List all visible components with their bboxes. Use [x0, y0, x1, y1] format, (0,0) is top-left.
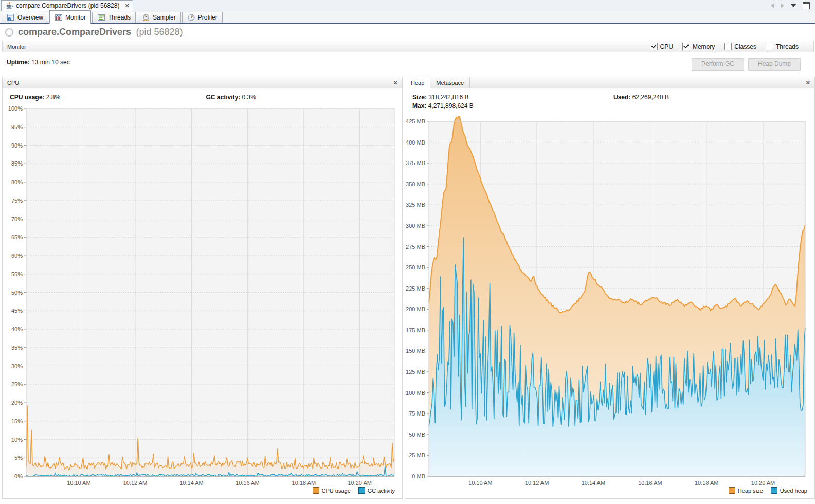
svg-text:350 MB: 350 MB — [406, 181, 425, 187]
profiler-icon — [187, 13, 195, 22]
svg-text:150 MB: 150 MB — [406, 348, 425, 354]
cpu-panel-close-icon[interactable]: × — [393, 80, 397, 86]
svg-text:80%: 80% — [11, 179, 23, 185]
uptime-value: 13 min 10 sec — [31, 59, 70, 66]
svg-text:30%: 30% — [11, 363, 23, 369]
svg-text:425 MB: 425 MB — [406, 118, 425, 124]
tab-close-icon[interactable]: × — [125, 3, 129, 9]
page-title-pid: (pid 56828) — [136, 27, 183, 37]
uptime-label: Uptime: — [7, 59, 30, 66]
svg-text:10:12 AM: 10:12 AM — [525, 480, 549, 486]
svg-text:10:14 AM: 10:14 AM — [582, 480, 605, 486]
svg-text:55%: 55% — [11, 271, 23, 277]
tab-monitor-label: Monitor — [65, 14, 86, 21]
classes-checkbox-box[interactable] — [724, 43, 732, 50]
svg-text:225 MB: 225 MB — [406, 285, 425, 292]
tab-heap[interactable]: Heap — [405, 77, 430, 88]
document-tab-label: compare.CompareDrivers (pid 56828) — [16, 2, 119, 9]
view-tabbar: Overview Monitor Threads Sampler — [0, 11, 815, 24]
monitor-section-label: Monitor — [7, 44, 26, 50]
tab-threads[interactable]: Threads — [92, 12, 136, 23]
svg-text:10:10 AM: 10:10 AM — [67, 480, 90, 486]
legend-used-heap: Used heap — [771, 487, 807, 494]
svg-text:200 MB: 200 MB — [406, 306, 425, 312]
heap-chart: 0 MB25 MB50 MB75 MB100 MB125 MB150 MB175… — [405, 98, 814, 492]
svg-text:125 MB: 125 MB — [406, 369, 425, 375]
checkbox-cpu[interactable]: CPU — [650, 43, 673, 50]
status-row: Uptime: 13 min 10 sec Perform GC Heap Du… — [0, 52, 815, 77]
cpu-chart: 0%5%10%15%20%25%30%35%40%45%50%55%60%65%… — [3, 98, 402, 492]
svg-text:10:16 AM: 10:16 AM — [638, 480, 662, 486]
tab-threads-label: Threads — [108, 14, 131, 21]
heap-panel-close-icon[interactable]: × — [806, 80, 810, 86]
maximize-window-icon[interactable] — [803, 2, 810, 9]
tab-profiler-label: Profiler — [198, 14, 218, 21]
svg-text:50%: 50% — [11, 290, 23, 296]
action-buttons: Perform GC Heap Dump — [692, 58, 801, 71]
svg-text:10:20 AM: 10:20 AM — [348, 480, 371, 486]
svg-text:60%: 60% — [11, 253, 23, 259]
document-tabstrip: compare.CompareDrivers (pid 56828) × — [0, 0, 815, 11]
svg-text:20%: 20% — [11, 400, 23, 406]
tab-monitor[interactable]: Monitor — [49, 10, 91, 24]
gc-activity-swatch — [358, 487, 365, 494]
heap-panel: Heap Metaspace × Size: 318,242,816 B Use… — [405, 77, 815, 499]
monitor-section-bar: Monitor CPU Memory Classes Threads — [2, 41, 814, 52]
cpu-panel-title: CPU — [7, 80, 19, 86]
svg-text:10:16 AM: 10:16 AM — [236, 480, 259, 486]
heap-dump-button[interactable]: Heap Dump — [748, 58, 801, 71]
svg-text:10:12 AM: 10:12 AM — [123, 480, 147, 486]
svg-text:10:18 AM: 10:18 AM — [292, 480, 316, 486]
svg-text:95%: 95% — [11, 124, 23, 130]
svg-text:375 MB: 375 MB — [406, 160, 425, 166]
scroll-tabs-left-icon[interactable] — [771, 3, 774, 8]
sampler-icon — [142, 13, 150, 22]
svg-text:50 MB: 50 MB — [409, 431, 425, 438]
svg-text:75 MB: 75 MB — [409, 410, 425, 417]
checkbox-memory[interactable]: Memory — [682, 43, 715, 50]
threads-checkbox-box[interactable] — [766, 43, 773, 50]
svg-text:10:10 AM: 10:10 AM — [468, 480, 492, 486]
svg-text:90%: 90% — [11, 142, 23, 149]
svg-text:10:18 AM: 10:18 AM — [695, 480, 718, 486]
documents-list-icon[interactable] — [790, 4, 796, 7]
tab-metaspace[interactable]: Metaspace — [430, 77, 470, 88]
svg-text:25 MB: 25 MB — [409, 452, 425, 458]
java-coffee-icon — [5, 2, 13, 10]
heap-chart-legend: Heap size Used heap — [729, 487, 807, 494]
svg-text:10:20 AM: 10:20 AM — [751, 480, 775, 486]
svg-text:300 MB: 300 MB — [406, 223, 425, 229]
tab-profiler[interactable]: Profiler — [182, 12, 223, 23]
svg-text:10%: 10% — [11, 437, 23, 443]
svg-text:0 MB: 0 MB — [412, 473, 425, 479]
scroll-tabs-right-icon[interactable] — [781, 3, 784, 8]
svg-text:75%: 75% — [11, 197, 23, 204]
application-header: compare.CompareDrivers (pid 56828) — [0, 24, 815, 41]
svg-text:175 MB: 175 MB — [406, 327, 425, 333]
cpu-panel-header: CPU × — [3, 77, 402, 88]
cpu-checkbox-label: CPU — [660, 43, 673, 50]
tab-overview[interactable]: Overview — [2, 12, 48, 23]
checkbox-classes[interactable]: Classes — [724, 43, 756, 50]
svg-text:5%: 5% — [14, 455, 23, 461]
document-tab[interactable]: compare.CompareDrivers (pid 56828) × — [1, 0, 133, 11]
perform-gc-button[interactable]: Perform GC — [692, 58, 744, 71]
cpu-checkbox-box[interactable] — [650, 43, 658, 50]
svg-text:10:14 AM: 10:14 AM — [179, 480, 203, 486]
svg-text:325 MB: 325 MB — [406, 202, 425, 208]
metric-toggles: CPU Memory Classes Threads — [650, 43, 809, 50]
threads-checkbox-label: Threads — [776, 43, 799, 50]
svg-text:35%: 35% — [11, 345, 23, 351]
used-heap-swatch — [771, 487, 777, 494]
svg-text:70%: 70% — [11, 216, 23, 222]
svg-text:400 MB: 400 MB — [406, 139, 425, 146]
heap-size-swatch — [729, 487, 735, 494]
legend-heap-size: Heap size — [729, 487, 763, 494]
page-title: compare.CompareDrivers — [18, 27, 131, 37]
checkbox-threads[interactable]: Threads — [766, 43, 799, 50]
svg-text:25%: 25% — [11, 381, 23, 387]
memory-checkbox-box[interactable] — [682, 43, 690, 50]
app-status-icon — [5, 28, 13, 37]
uptime: Uptime: 13 min 10 sec — [7, 59, 70, 66]
tab-sampler[interactable]: Sampler — [137, 12, 181, 23]
